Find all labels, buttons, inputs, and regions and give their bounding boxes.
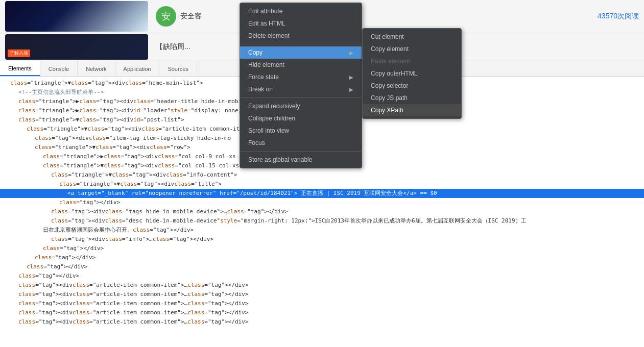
dom-line[interactable]: class="tag"><div class="article-item com…	[0, 308, 644, 317]
dom-line[interactable]: class="tag"><div class="tags hide-in-mob…	[0, 207, 644, 216]
context-menu-item-hide-element[interactable]: Hide element	[240, 59, 362, 71]
tab-application[interactable]: Application	[115, 61, 160, 76]
submenu-item-copy-js-path[interactable]: Copy JS path	[363, 92, 461, 104]
context-menu-item-focus[interactable]: Focus	[240, 137, 362, 149]
dom-line[interactable]: class="tag"><div class="article-item com…	[0, 281, 644, 290]
page-logo-area: 安 安全客	[148, 6, 209, 27]
dom-line[interactable]: class="triangle">▼ class="tag"><div clas…	[0, 170, 644, 180]
tab-console[interactable]: Console	[40, 61, 78, 76]
context-menu-item-scroll-into-view[interactable]: Scroll into view	[240, 125, 362, 137]
submenu-item-copy-element[interactable]: Copy element	[363, 43, 461, 55]
article-image: 了解入场	[5, 34, 148, 60]
dom-line[interactable]: class="tag"><div class="desc hide-in-mob…	[0, 216, 644, 226]
dom-line[interactable]: class="tag"><div class="article-item com…	[0, 317, 644, 327]
article-label: 了解入场	[8, 49, 30, 57]
dom-line[interactable]: class="tag"><div class="article-item com…	[0, 290, 644, 299]
dom-line[interactable]: class="tag"><div class="article-item com…	[0, 299, 644, 308]
tab-elements[interactable]: Elements	[0, 61, 40, 76]
dom-line[interactable]: class="triangle">▼ class="tag"><div clas…	[0, 180, 644, 189]
tab-sources[interactable]: Sources	[159, 61, 197, 76]
dom-line[interactable]: class="tag"><div class="info">…class="ta…	[0, 235, 644, 244]
submenu-item-copy-selector[interactable]: Copy selector	[363, 80, 461, 92]
context-menu-item-copy[interactable]: Copy▶	[240, 46, 362, 59]
context-menu-item-delete-element[interactable]: Delete element	[240, 30, 362, 42]
dom-line[interactable]: class="tag"></div>	[0, 262, 644, 271]
submenu-item-paste-element: Paste element	[363, 55, 461, 67]
site-name: 安全客	[180, 12, 202, 21]
dom-line[interactable]: class="tag"></div>	[0, 198, 644, 207]
dom-line[interactable]: class="tag"></div>	[0, 244, 644, 253]
page-banner-image	[5, 1, 148, 32]
context-menu: Edit attributeEdit as HTMLDelete element…	[240, 3, 362, 168]
copy-submenu: Cut elementCopy elementPaste elementCopy…	[362, 28, 462, 119]
dom-line[interactable]: class="tag"></div>	[0, 271, 644, 281]
dom-line[interactable]: class="tag"></div>	[0, 253, 644, 262]
submenu-item-cut-element[interactable]: Cut element	[363, 31, 461, 43]
article-title: 【缺陷周...	[148, 42, 190, 52]
dom-line[interactable]: 日在北京雁栖湖国际会展中心召开。class="tag"></div>	[0, 226, 644, 235]
tab-network[interactable]: Network	[78, 61, 115, 76]
context-menu-item-edit-as-html[interactable]: Edit as HTML	[240, 17, 362, 30]
submenu-item-copy-xpath[interactable]: Copy XPath	[363, 104, 461, 116]
menu-divider	[240, 151, 362, 152]
submenu-item-copy-outerhtml[interactable]: Copy outerHTML	[363, 67, 461, 80]
read-count: 43570次阅读	[598, 12, 639, 21]
context-menu-item-store-as-global-variable[interactable]: Store as global variable	[240, 154, 362, 166]
context-menu-item-force-state[interactable]: Force state▶	[240, 71, 362, 83]
dom-line[interactable]: <a target="_blank" rel="noopener norefer…	[0, 189, 644, 198]
context-menu-item-collapse-children[interactable]: Collapse children	[240, 112, 362, 125]
logo-icon: 安	[156, 6, 176, 27]
context-menu-item-edit-attribute[interactable]: Edit attribute	[240, 5, 362, 17]
context-menu-item-expand-recursively[interactable]: Expand recursively	[240, 100, 362, 112]
menu-divider	[240, 44, 362, 44]
context-menu-item-break-on[interactable]: Break on▶	[240, 83, 362, 95]
menu-divider	[240, 97, 362, 98]
